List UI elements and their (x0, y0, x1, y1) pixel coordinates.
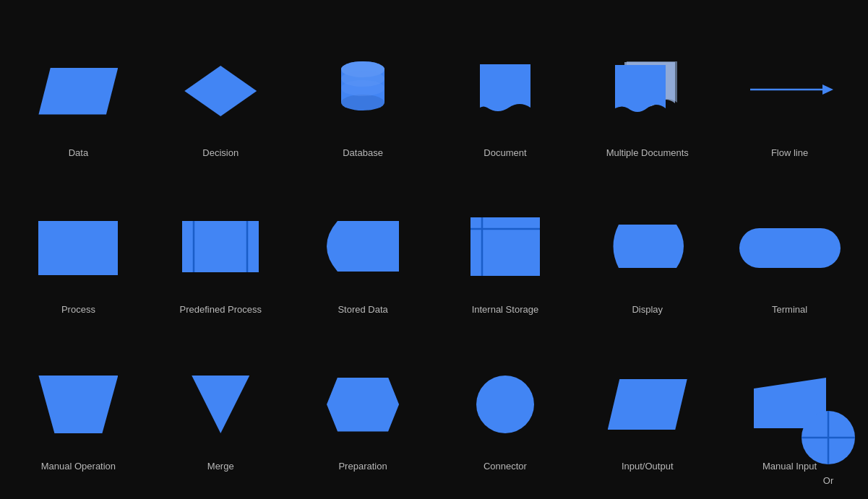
shape-item-stored-data: Stored Data (292, 171, 434, 328)
shape-item-flowline: Flow line (718, 14, 861, 171)
shape-item-input-output: Input/Output (576, 328, 718, 485)
shape-item-predefined: Predefined Process (150, 171, 292, 328)
connector-shape (476, 376, 534, 433)
internal-storage-shape (469, 216, 541, 280)
input-output-label: Input/Output (622, 461, 674, 472)
svg-point-2 (341, 95, 384, 110)
preparation-shape (327, 378, 399, 432)
or-label: Or (823, 475, 833, 486)
internal-storage-label: Internal Storage (472, 304, 539, 315)
shape-item-decision: Decision (150, 14, 292, 171)
display-shape (604, 221, 691, 274)
connector-label: Connector (484, 461, 527, 472)
database-shape (338, 61, 388, 121)
flowline-label: Flow line (771, 147, 808, 158)
shape-item-internal-storage: Internal Storage (434, 171, 576, 328)
shape-item-or: Or (799, 409, 857, 486)
shape-item-manual-op: Manual Operation (7, 328, 150, 485)
stored-data-shape (323, 217, 403, 278)
shape-item-document: Document (434, 14, 576, 171)
shape-item-connector: Connector (434, 328, 576, 485)
svg-rect-11 (470, 217, 540, 276)
predefined-label: Predefined Process (180, 304, 262, 315)
decision-label: Decision (202, 147, 239, 158)
decision-shape (184, 66, 257, 116)
manual-op-label: Manual Operation (41, 461, 116, 472)
or-shape (799, 409, 857, 469)
data-label: Data (69, 147, 88, 158)
multiple-docs-label: Multiple Documents (606, 147, 689, 158)
terminal-shape (739, 228, 841, 268)
document-label: Document (484, 147, 526, 158)
multiple-docs-shape (611, 59, 684, 123)
shape-item-database: Database (292, 14, 434, 171)
process-label: Process (61, 304, 95, 315)
terminal-label: Terminal (772, 304, 807, 315)
stored-data-label: Stored Data (338, 304, 387, 315)
merge-shape (192, 376, 249, 433)
shape-item-display: Display (576, 171, 718, 328)
svg-point-5 (341, 80, 384, 96)
preparation-label: Preparation (338, 461, 387, 472)
shape-item-data: Data (7, 14, 150, 171)
data-shape (38, 68, 118, 115)
display-label: Display (632, 304, 663, 315)
database-label: Database (343, 147, 383, 158)
predefined-shape (181, 220, 260, 277)
input-output-shape (608, 379, 687, 430)
flowline-shape (747, 75, 833, 107)
shape-item-process: Process (7, 171, 150, 328)
shape-item-preparation: Preparation (292, 328, 434, 485)
manual-op-shape (38, 376, 118, 433)
shape-item-merge: Merge (150, 328, 292, 485)
merge-label: Merge (207, 461, 234, 472)
svg-marker-7 (822, 84, 833, 95)
shape-item-multiple-docs: Multiple Documents (576, 14, 718, 171)
shape-item-terminal: Terminal (718, 171, 861, 328)
document-shape (476, 61, 534, 121)
shapes-grid: Data Decision Database (0, 0, 868, 499)
process-shape (38, 221, 118, 275)
